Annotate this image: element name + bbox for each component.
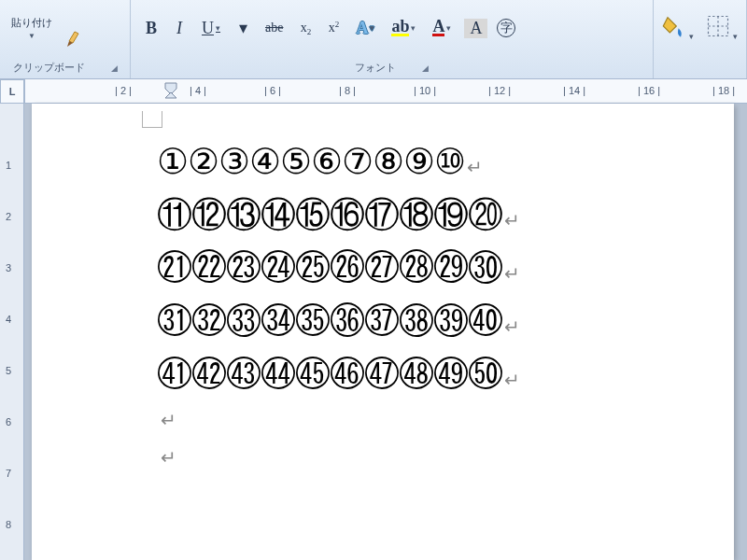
chevron-down-icon: ▾: [411, 23, 416, 33]
highlight-button[interactable]: ab▾: [388, 18, 419, 38]
header-boundary: [142, 111, 162, 128]
group-paragraph: ▾ ▾: [654, 0, 747, 78]
bold-button[interactable]: B: [142, 17, 161, 40]
char-shading-button[interactable]: A: [464, 19, 487, 38]
document-line[interactable]: ①②③④⑤⑥⑦⑧⑨⑩↵: [157, 135, 712, 189]
font-group-label: フォント: [355, 61, 396, 75]
paragraph-mark-icon: ↵: [467, 157, 482, 177]
underline-button[interactable]: U▾: [198, 17, 224, 40]
strikethrough-split[interactable]: ▾: [233, 16, 252, 40]
document-line[interactable]: ⑪⑫⑬⑭⑮⑯⑰⑱⑲⑳↵: [157, 189, 712, 242]
strikethrough-button[interactable]: abe: [261, 19, 287, 37]
italic-button[interactable]: I: [170, 17, 189, 40]
superscript-button[interactable]: x2: [324, 19, 343, 37]
ruler-tick: 3: [6, 262, 11, 273]
paragraph-mark-icon: ↵: [504, 210, 519, 231]
font-color-button[interactable]: A▾: [429, 18, 455, 38]
tab-selector[interactable]: L: [0, 79, 24, 104]
chevron-down-icon: ▼: [28, 32, 35, 40]
paragraph-mark-icon: ↵: [504, 316, 519, 337]
document-page[interactable]: ①②③④⑤⑥⑦⑧⑨⑩↵⑪⑫⑬⑭⑮⑯⑰⑱⑲⑳↵㉑㉒㉓㉔㉕㉖㉗㉘㉙㉚↵㉛㉜㉝㉞㉟㊱㊲…: [32, 104, 734, 560]
paragraph-mark-icon: ↵: [157, 439, 712, 476]
ruler-tick: | 14 |: [563, 85, 585, 98]
ruler-tick: | 4 |: [190, 85, 206, 98]
dialog-launcher-icon[interactable]: ◢: [111, 63, 118, 73]
ruler-tick: | 10 |: [414, 85, 436, 98]
workspace: 12345678 ①②③④⑤⑥⑦⑧⑨⑩↵⑪⑫⑬⑭⑮⑯⑰⑱⑲⑳↵㉑㉒㉓㉔㉕㉖㉗㉘㉙…: [0, 104, 747, 560]
indent-marker-icon[interactable]: [163, 81, 178, 102]
ruler-tick: | 16 |: [638, 85, 660, 98]
ruler-tick: 2: [6, 211, 11, 222]
ruler-tick: 1: [6, 160, 11, 171]
clipboard-group-label: クリップボード: [13, 61, 85, 75]
format-painter-button[interactable]: [63, 26, 86, 49]
borders-button[interactable]: ▾: [705, 13, 738, 43]
document-line[interactable]: ㊶㊷㊸㊹㊺㊻㊼㊽㊾㊿↵: [157, 348, 712, 401]
enclosed-char-button[interactable]: 字: [497, 19, 515, 37]
ruler-tick: 8: [6, 519, 11, 530]
vertical-ruler[interactable]: 12345678: [0, 104, 24, 560]
document-line[interactable]: ㉛㉜㉝㉞㉟㊱㊲㊳㊴㊵↵: [157, 295, 712, 348]
ruler-tick: 4: [6, 314, 11, 325]
ruler-tick: | 18 |: [712, 85, 735, 98]
ruler-tick: | 6 |: [264, 85, 281, 98]
document-line[interactable]: ㉑㉒㉓㉔㉕㉖㉗㉘㉙㉚↵: [157, 242, 712, 295]
subscript-button[interactable]: x2: [296, 19, 315, 37]
ruler-tick: 7: [6, 468, 11, 479]
ruler-tick: | 8 |: [339, 85, 356, 98]
horizontal-ruler[interactable]: L | 2 || 4 || 6 || 8 || 10 || 12 || 14 |…: [0, 79, 747, 104]
paragraph-mark-icon: ↵: [157, 401, 712, 439]
chevron-down-icon: ▾: [446, 23, 451, 33]
text-effects-button[interactable]: A▾: [352, 17, 378, 40]
paste-label: 貼り付け: [11, 16, 52, 30]
dialog-launcher-icon[interactable]: ◢: [422, 63, 429, 73]
group-clipboard: 貼り付け ▼ クリップボード ◢: [0, 0, 131, 78]
ribbon: 貼り付け ▼ クリップボード ◢ B I U▾ ▾ abe x2 x2 A▾ a…: [0, 0, 747, 79]
chevron-down-icon: ▾: [370, 23, 374, 33]
ruler-tick: | 12 |: [488, 85, 511, 98]
paste-button[interactable]: 貼り付け ▼: [7, 14, 56, 42]
ruler-tick: 5: [6, 365, 11, 376]
shading-button[interactable]: ▾: [661, 13, 694, 43]
svg-marker-4: [165, 92, 176, 98]
ruler-tick: | 2 |: [115, 85, 132, 98]
group-font: B I U▾ ▾ abe x2 x2 A▾ ab▾ A▾ A 字 フォント ◢: [131, 0, 654, 78]
chevron-down-icon: ▾: [216, 23, 220, 33]
paragraph-mark-icon: ↵: [504, 263, 519, 284]
ruler-tick: 6: [6, 416, 11, 427]
paragraph-mark-icon: ↵: [504, 370, 519, 390]
